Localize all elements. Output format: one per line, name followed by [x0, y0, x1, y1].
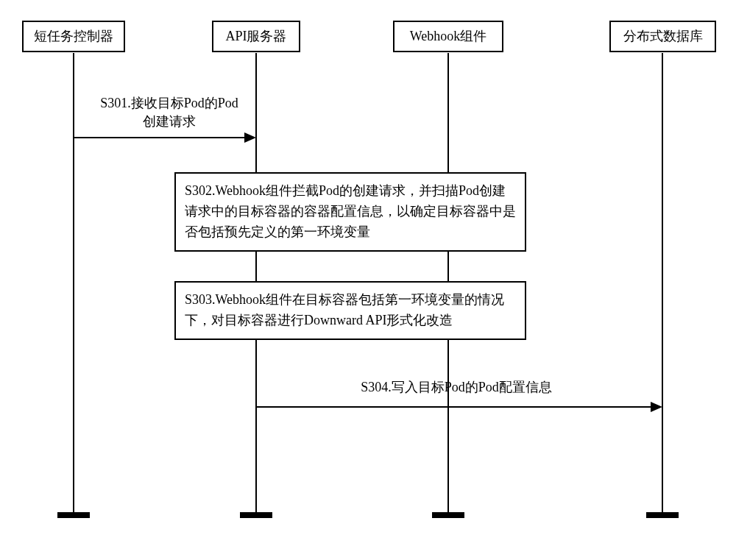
lifeline-foot — [240, 512, 272, 518]
message-label-s304: S304.写入目标Pod的Pod配置信息 — [294, 378, 618, 397]
lifeline-foot — [432, 512, 464, 518]
step-box-s302: S302.Webhook组件拦截Pod的创建请求，并扫描Pod创建请求中的目标容… — [174, 172, 526, 252]
lifeline — [73, 53, 74, 512]
message-label-s301: S301.接收目标Pod的Pod 创建请求 — [81, 94, 258, 131]
actor-label: Webhook组件 — [410, 29, 487, 43]
arrow-head-icon — [244, 132, 256, 143]
actor-label: 分布式数据库 — [623, 29, 703, 43]
actor-label: 短任务控制器 — [34, 29, 113, 43]
message-arrow-s304 — [256, 406, 651, 408]
lifeline-foot — [57, 512, 90, 518]
actor-webhook-component: Webhook组件 — [393, 21, 503, 52]
message-arrow-s301 — [74, 137, 244, 138]
lifeline-foot — [646, 512, 679, 518]
step-text: S303.Webhook组件在目标容器包括第一环境变量的情况下，对目标容器进行D… — [185, 292, 504, 327]
step-box-s303: S303.Webhook组件在目标容器包括第一环境变量的情况下，对目标容器进行D… — [174, 281, 526, 340]
arrow-head-icon — [651, 402, 662, 412]
actor-label: API服务器 — [225, 29, 286, 43]
sequence-diagram: 短任务控制器 API服务器 Webhook组件 分布式数据库 S301.接收目标… — [0, 0, 736, 560]
actor-short-task-controller: 短任务控制器 — [22, 21, 125, 52]
lifeline — [662, 53, 663, 512]
actor-api-server: API服务器 — [212, 21, 300, 52]
step-text: S302.Webhook组件拦截Pod的创建请求，并扫描Pod创建请求中的目标容… — [185, 183, 516, 239]
actor-distributed-db: 分布式数据库 — [609, 21, 716, 52]
